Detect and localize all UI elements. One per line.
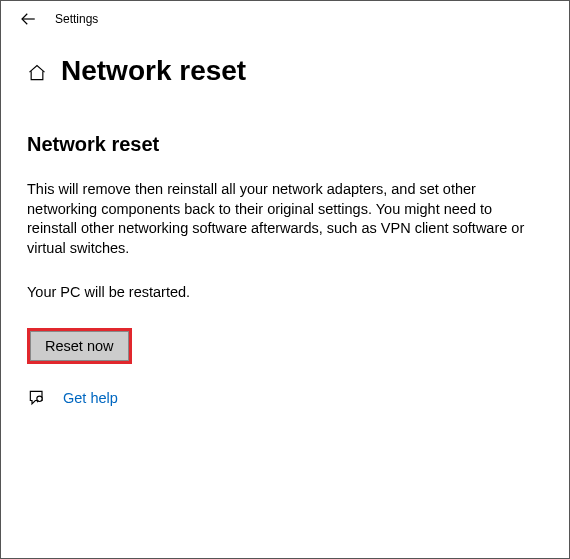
restart-note: Your PC will be restarted. — [27, 284, 535, 300]
app-title: Settings — [55, 12, 98, 26]
reset-button-highlight: Reset now — [27, 328, 132, 364]
section-description: This will remove then reinstall all your… — [27, 180, 527, 258]
page-header: Network reset — [1, 37, 569, 87]
back-arrow-icon[interactable] — [19, 10, 37, 28]
get-help-icon — [27, 388, 47, 408]
page-title: Network reset — [61, 55, 246, 87]
help-row: Get help — [27, 388, 535, 408]
section-title: Network reset — [27, 133, 535, 156]
get-help-link[interactable]: Get help — [63, 390, 118, 406]
svg-point-1 — [37, 396, 42, 401]
home-icon[interactable] — [27, 63, 47, 83]
reset-now-button[interactable]: Reset now — [30, 331, 129, 361]
content-area: Network reset This will remove then rein… — [1, 87, 569, 408]
top-bar: Settings — [1, 1, 569, 37]
